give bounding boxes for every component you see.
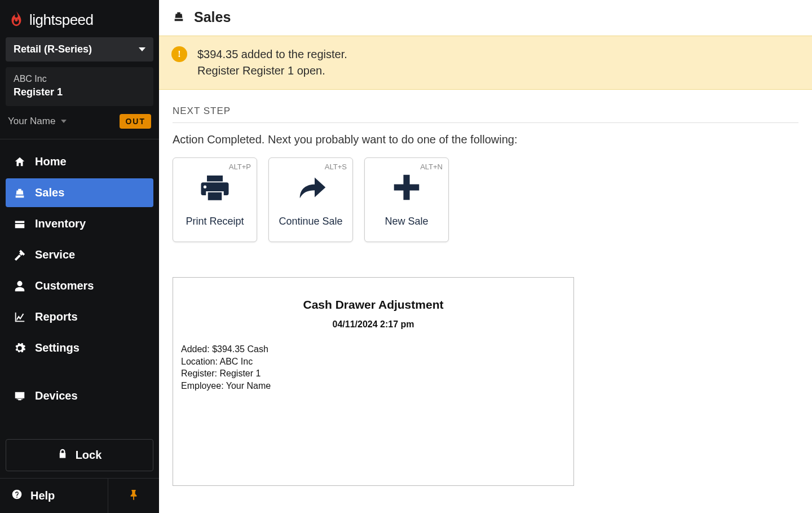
nav-item-sales[interactable]: Sales xyxy=(6,178,153,207)
help-button[interactable]: Help xyxy=(0,479,108,513)
receipt-line: Employee: Your Name xyxy=(181,380,566,392)
nav-item-customers[interactable]: Customers xyxy=(6,271,153,300)
nav-item-home[interactable]: Home xyxy=(6,147,153,176)
question-icon xyxy=(11,489,23,503)
nav-label: Home xyxy=(35,155,67,168)
page-header: Sales xyxy=(159,0,812,36)
series-label: Retail (R-Series) xyxy=(14,43,92,55)
receipt-line: Added: $394.35 Cash xyxy=(181,343,566,356)
nav-label: Service xyxy=(35,248,75,261)
action-cards: ALT+P Print Receipt ALT+S Continue Sale … xyxy=(173,157,798,242)
card-label: Print Receipt xyxy=(186,216,244,227)
shortcut-hint: ALT+P xyxy=(229,163,251,171)
monitor-icon xyxy=(14,390,26,402)
register-icon xyxy=(14,187,26,199)
shortcut-hint: ALT+N xyxy=(420,163,443,171)
nav-item-reports[interactable]: Reports xyxy=(6,302,153,331)
nav-item-inventory[interactable]: Inventory xyxy=(6,209,153,238)
lock-icon xyxy=(58,449,68,462)
banner-line-1: $394.35 added to the register. xyxy=(197,46,347,63)
tag-icon xyxy=(14,218,26,230)
nav-label: Settings xyxy=(35,341,80,354)
user-label: Your Name xyxy=(8,116,55,127)
shortcut-hint: ALT+S xyxy=(325,163,347,171)
main-nav: Home Sales Inventory Service xyxy=(0,139,159,439)
card-label: New Sale xyxy=(385,216,428,227)
section-heading: NEXT STEP xyxy=(173,106,798,123)
page-title: Sales xyxy=(194,9,231,25)
plus-icon xyxy=(391,173,422,204)
receipt-line: Register: Register 1 xyxy=(181,367,566,380)
register-name: Register 1 xyxy=(14,86,145,98)
user-menu[interactable]: Your Name xyxy=(8,116,67,127)
receipt-title: Cash Drawer Adjustment xyxy=(181,298,566,312)
alert-banner: ! $394.35 added to the register. Registe… xyxy=(159,36,812,90)
chevron-down-icon xyxy=(61,120,67,123)
printer-icon xyxy=(199,173,231,204)
continue-sale-button[interactable]: ALT+S Continue Sale xyxy=(268,157,353,242)
nav-item-devices[interactable]: Devices xyxy=(6,382,153,410)
company-name: ABC Inc xyxy=(14,74,145,84)
chevron-down-icon xyxy=(139,47,145,51)
print-receipt-button[interactable]: ALT+P Print Receipt xyxy=(173,157,257,242)
main-content: Sales ! $394.35 added to the register. R… xyxy=(159,0,812,513)
card-label: Continue Sale xyxy=(279,216,342,227)
chart-icon xyxy=(14,311,26,323)
series-dropdown[interactable]: Retail (R-Series) xyxy=(6,37,153,62)
register-icon xyxy=(173,10,185,25)
brand-logo: lightspeed xyxy=(0,0,159,37)
alert-icon: ! xyxy=(171,46,187,62)
user-icon xyxy=(14,280,26,292)
lock-button[interactable]: Lock xyxy=(6,439,153,471)
receipt-preview: Cash Drawer Adjustment 04/11/2024 2:17 p… xyxy=(173,277,574,486)
lock-label: Lock xyxy=(76,449,102,462)
brand-name: lightspeed xyxy=(29,11,94,29)
nav-label: Sales xyxy=(35,186,64,199)
pin-icon xyxy=(129,490,138,502)
clock-out-badge[interactable]: OUT xyxy=(120,114,151,129)
banner-line-2: Register Register 1 open. xyxy=(197,63,347,79)
pin-button[interactable] xyxy=(108,479,159,513)
flame-icon xyxy=(8,10,25,29)
prompt-text: Action Completed. Next you probably want… xyxy=(173,133,798,146)
nav-label: Reports xyxy=(35,310,78,323)
nav-item-settings[interactable]: Settings xyxy=(6,334,153,362)
help-label: Help xyxy=(30,489,55,502)
new-sale-button[interactable]: ALT+N New Sale xyxy=(364,157,449,242)
nav-label: Devices xyxy=(35,389,78,402)
sidebar: lightspeed Retail (R-Series) ABC Inc Reg… xyxy=(0,0,159,513)
nav-item-service[interactable]: Service xyxy=(6,240,153,269)
hammer-icon xyxy=(14,249,26,261)
share-arrow-icon xyxy=(295,173,326,204)
nav-label: Inventory xyxy=(35,217,86,230)
receipt-timestamp: 04/11/2024 2:17 pm xyxy=(181,319,566,330)
home-icon xyxy=(14,156,26,168)
register-selector[interactable]: ABC Inc Register 1 xyxy=(6,67,153,106)
nav-label: Customers xyxy=(35,279,94,292)
gear-icon xyxy=(14,342,26,354)
receipt-line: Location: ABC Inc xyxy=(181,356,566,368)
